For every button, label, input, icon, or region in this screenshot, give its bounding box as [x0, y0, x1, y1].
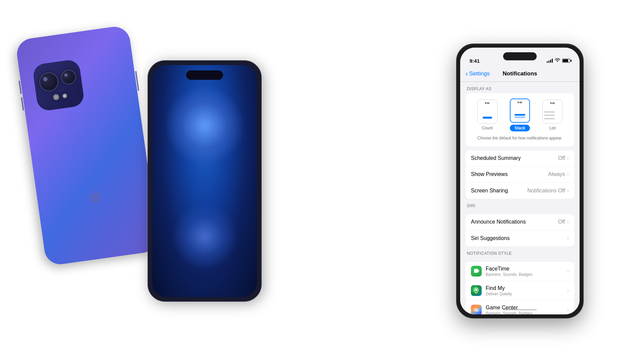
front-power-button: [261, 115, 262, 138]
siri-suggestions-row[interactable]: Siri Suggestions ›: [466, 230, 574, 246]
findmy-name: Find My: [486, 285, 567, 291]
screen-orb-top: [164, 85, 245, 166]
siri-suggestions-chevron: ›: [567, 235, 569, 241]
display-option-stack[interactable]: 9:41 Stack: [510, 99, 530, 131]
nav-bar[interactable]: ‹ Settings Notifications: [460, 66, 580, 82]
show-previews-label: Show Previews: [471, 171, 548, 177]
phones-left-group: [34, 20, 262, 342]
camera-lens-main: [38, 71, 60, 93]
findmy-chevron: ›: [567, 288, 569, 294]
settings-screen: 9:41: [460, 48, 580, 314]
display-option-count[interactable]: 9:41 Count: [477, 100, 497, 130]
announce-notifications-label: Announce Notifications: [471, 219, 558, 225]
facetime-sub: Banners, Sounds, Badges: [486, 272, 567, 277]
list-icon: 9:41: [542, 100, 562, 124]
nav-back-button[interactable]: ‹ Settings: [466, 70, 490, 77]
front-vol-up: [148, 108, 148, 123]
app-notification-group: FaceTime Banners, Sounds, Badges ›: [466, 262, 574, 314]
siri-settings-group: Announce Notifications Off › Siri Sugges…: [466, 214, 574, 246]
siri-section-label: SIRI: [460, 199, 580, 210]
nav-back-label[interactable]: Settings: [469, 70, 490, 77]
phone-back: [15, 25, 160, 266]
settings-dynamic-island: [503, 52, 537, 60]
signal-bar-2: [548, 61, 549, 63]
list-row-1: [544, 111, 555, 113]
status-icons: [547, 58, 570, 64]
status-time: 9:41: [470, 58, 480, 64]
gamecenter-row[interactable]: Game Center Banners, Sounds, Badges ›: [466, 301, 574, 314]
display-as-section-label: DISPLAY AS: [460, 82, 580, 93]
stack-rect-2: [515, 116, 525, 118]
findmy-icon: [471, 285, 482, 296]
dynamic-island-front: [186, 70, 223, 80]
svg-point-5: [477, 310, 478, 310]
screen-sharing-value: Notifications Off: [527, 188, 565, 194]
screen-orb-bottom: [171, 203, 238, 270]
camera-sensor: [62, 93, 67, 99]
svg-point-0: [475, 289, 477, 291]
facetime-row[interactable]: FaceTime Banners, Sounds, Badges ›: [466, 262, 574, 281]
facetime-chevron: ›: [567, 268, 569, 274]
scheduled-summary-value: Off: [558, 155, 565, 161]
announce-notifications-value: Off: [558, 219, 565, 225]
svg-point-3: [475, 309, 475, 310]
count-time: 9:41: [485, 102, 490, 104]
front-vol-down: [148, 126, 148, 141]
findmy-info: Find My Deliver Quietly: [486, 285, 567, 296]
gamecenter-chevron: ›: [567, 307, 569, 313]
list-label: List: [549, 126, 556, 130]
camera-flash: [53, 94, 59, 101]
findmy-row[interactable]: Find My Deliver Quietly ›: [466, 281, 574, 301]
facetime-name: FaceTime: [486, 266, 567, 272]
stack-time: 9:41: [518, 101, 522, 104]
list-time: 9:41: [550, 102, 555, 104]
gamecenter-icon: [471, 305, 482, 314]
count-label: Count: [482, 126, 493, 130]
wifi-icon: [555, 58, 560, 64]
phone-settings: 9:41: [456, 44, 584, 318]
list-row-3: [544, 118, 555, 119]
stack-pill: Stack: [510, 125, 530, 131]
volume-down-button: [21, 97, 24, 111]
signal-bar-4: [552, 59, 553, 63]
apple-logo-back: [87, 187, 102, 206]
settings-content: DISPLAY AS 9:41 Count: [460, 82, 580, 314]
display-as-container: 9:41 Count 9:41: [466, 93, 574, 146]
gamecenter-sub: Banners, Sounds, Badges: [486, 311, 567, 314]
battery-icon: [562, 59, 570, 63]
svg-point-4: [475, 310, 476, 311]
announce-notifications-chevron: ›: [567, 219, 569, 225]
findmy-sub: Deliver Quietly: [486, 292, 567, 296]
camera-lens-ultra: [60, 68, 77, 86]
signal-bar-1: [547, 61, 548, 63]
camera-module: [32, 59, 85, 112]
notification-style-section-label: NOTIFICATION STYLE: [460, 246, 580, 258]
power-button: [135, 71, 139, 91]
phone-front: [148, 60, 262, 302]
stack-rect-1: [515, 114, 525, 116]
scheduled-summary-chevron: ›: [567, 155, 569, 161]
stack-icon: 9:41: [510, 99, 530, 123]
scheduled-summary-row[interactable]: Scheduled Summary Off ›: [466, 150, 574, 167]
count-rect: [483, 117, 492, 119]
home-indicator: [503, 309, 537, 310]
signal-icon: [547, 59, 553, 63]
announce-notifications-row[interactable]: Announce Notifications Off ›: [466, 214, 574, 230]
facetime-info: FaceTime Banners, Sounds, Badges: [486, 266, 567, 277]
scene: 9:41: [0, 0, 644, 362]
show-previews-value: Always: [548, 171, 565, 177]
screen-sharing-chevron: ›: [567, 188, 569, 194]
screen-sharing-row[interactable]: Screen Sharing Notifications Off ›: [466, 183, 574, 199]
nav-title: Notifications: [503, 70, 537, 77]
show-previews-row[interactable]: Show Previews Always ›: [466, 167, 574, 183]
volume-up-button: [18, 80, 22, 94]
back-chevron-icon: ‹: [466, 70, 468, 77]
siri-suggestions-label: Siri Suggestions: [471, 235, 567, 241]
display-as-options: 9:41 Count 9:41: [471, 99, 569, 131]
facetime-icon: [471, 266, 482, 277]
signal-bar-3: [550, 60, 551, 63]
scheduled-summary-label: Scheduled Summary: [471, 155, 558, 161]
phone-screen: [152, 65, 257, 297]
main-settings-group: Scheduled Summary Off › Show Previews Al…: [466, 150, 574, 199]
display-option-list[interactable]: 9:41 List: [542, 100, 562, 130]
